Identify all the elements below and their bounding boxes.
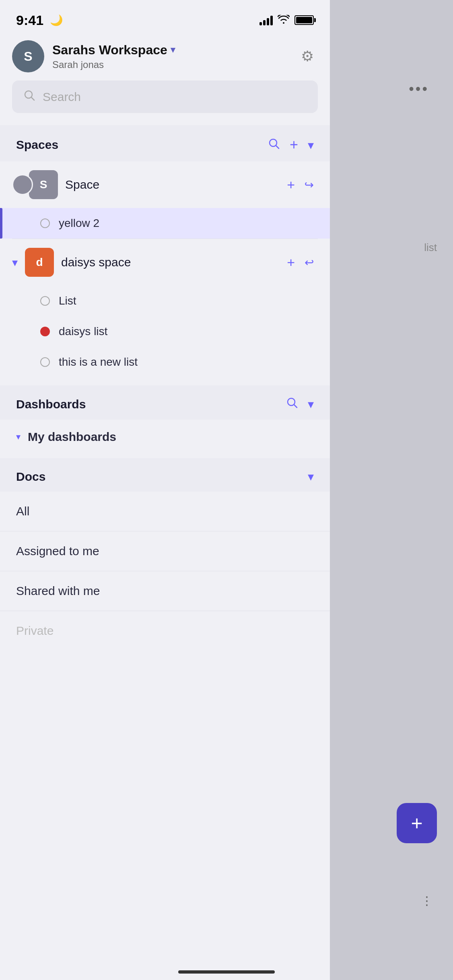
list-item-newlist[interactable]: this is a new list [0,347,330,377]
dashboards-title: Dashboards [16,397,86,411]
space-actions-space: + ↩ [287,177,314,193]
daisys-add-icon[interactable]: + [287,255,295,270]
more-options-dots[interactable]: ••• [409,80,429,97]
space-row-space[interactable]: · S Space + ↩ [0,161,330,208]
space-row-daisys[interactable]: ▾ d daisys space + ↩ [0,239,330,286]
search-icon [23,89,35,104]
fab-add-button[interactable]: + [397,803,437,843]
dashboards-section: Dashboards ▾ ▾ My dashboards [0,385,330,454]
space-actions-daisys: + ↩ [287,255,314,270]
list-item-daisyslist[interactable]: daisys list [0,316,330,347]
spaces-section-header: Spaces + ▾ [0,125,330,161]
spaces-actions: + ▾ [268,136,314,153]
dashboard-name-my: My dashboards [28,430,116,444]
docs-header: Docs ▾ [0,458,330,492]
dashboards-list: ▾ My dashboards [0,420,330,454]
avatar[interactable]: S [12,40,44,72]
right-side-dots[interactable]: ⋮ [421,894,433,908]
list-dot-list [40,296,50,306]
space-item-space: · S Space + ↩ yellow 2 [0,161,330,239]
docs-collapse-icon[interactable]: ▾ [308,469,314,484]
docs-title: Docs [16,470,45,484]
space-avatar-S: S [29,170,58,199]
docs-item-all[interactable]: All [0,492,330,531]
home-indicator [178,970,275,974]
space-item-daisys: ▾ d daisys space + ↩ List daisys list [0,239,330,377]
daisys-expand-chevron[interactable]: ▾ [12,256,18,269]
docs-item-assigned[interactable]: Assigned to me [0,531,330,571]
workspace-chevron-icon: ▾ [171,45,175,55]
space-avatar-d: d [25,248,54,277]
docs-section: Docs ▾ All Assigned to me Shared with me… [0,458,330,651]
docs-actions: ▾ [308,469,314,484]
list-dot-daisyslist [40,327,50,336]
settings-icon[interactable]: ⚙ [301,48,314,65]
search-placeholder-text: Search [43,90,81,104]
docs-list: All Assigned to me Shared with me Privat… [0,492,330,651]
dashboards-header: Dashboards ▾ [0,385,330,420]
status-time: 9:41 [16,12,43,28]
signal-icon [259,15,273,25]
list-item-yellow2[interactable]: yellow 2 [0,208,330,239]
search-bar[interactable]: Search [12,80,318,113]
list-name-list: List [59,294,76,307]
list-name-newlist: this is a new list [59,356,138,369]
spaces-collapse-icon[interactable]: ▾ [308,138,314,152]
workspace-username: Sarah jonas [52,59,293,70]
dashboards-actions: ▾ [286,397,314,412]
list-dot-yellow2 [40,218,50,228]
space-name-space: Space [65,178,280,191]
space-logout-icon[interactable]: ↩ [305,178,314,191]
battery-icon [294,15,314,25]
list-item-list[interactable]: List [0,286,330,316]
spaces-add-icon[interactable]: + [290,136,298,153]
workspace-info: Sarahs Workspace ▾ Sarah jonas [52,43,293,70]
workspace-header: S Sarahs Workspace ▾ Sarah jonas ⚙ [0,36,330,80]
spaces-list: · S Space + ↩ yellow 2 [0,161,330,381]
wifi-icon [278,14,290,27]
space-add-icon[interactable]: + [287,177,295,193]
list-dot-newlist [40,357,50,367]
status-bar: 9:41 🌙 [0,0,330,36]
docs-item-private[interactable]: Private [0,611,330,651]
space-name-daisys: daisys space [61,255,280,269]
list-name-yellow2: yellow 2 [59,217,99,230]
daisys-logout-icon[interactable]: ↩ [305,256,314,269]
docs-item-shared[interactable]: Shared with me [0,571,330,611]
status-icons [259,14,314,27]
dashboards-collapse-icon[interactable]: ▾ [308,397,314,411]
dashboards-search-icon[interactable] [286,397,298,412]
right-panel-label: list [424,241,437,254]
spaces-title: Spaces [16,138,58,152]
spaces-search-icon[interactable] [268,138,280,152]
moon-icon: 🌙 [50,14,63,27]
workspace-name-row[interactable]: Sarahs Workspace ▾ [52,43,293,58]
list-name-daisyslist: daisys list [59,325,107,338]
sidebar-panel: 9:41 🌙 S [0,0,330,980]
selected-indicator [0,208,2,239]
dashboard-item-my[interactable]: ▾ My dashboards [0,420,330,454]
my-dashboards-chevron: ▾ [16,432,21,442]
